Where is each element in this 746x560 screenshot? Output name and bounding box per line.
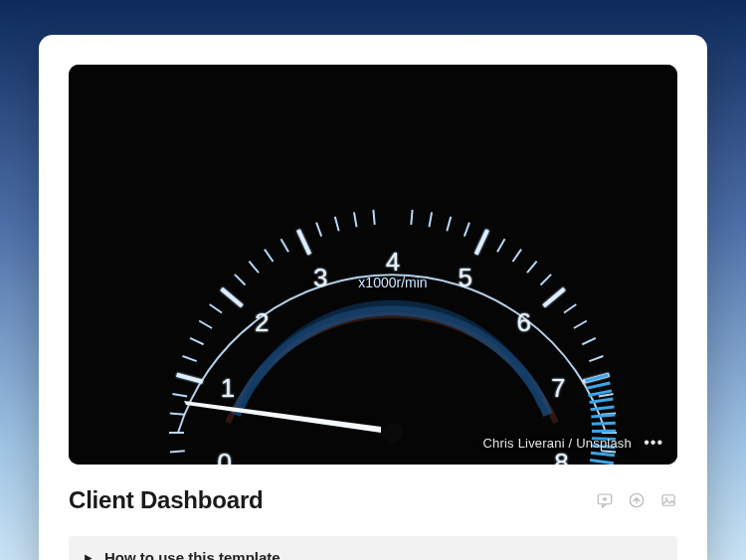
svg-text:3: 3 bbox=[313, 263, 327, 292]
tachometer-illustration: 012345678 x1000r/min bbox=[69, 65, 677, 465]
title-actions bbox=[596, 491, 677, 509]
svg-line-4 bbox=[170, 413, 185, 414]
svg-line-58 bbox=[592, 423, 616, 424]
svg-line-2 bbox=[170, 451, 185, 452]
collapsible-how-to[interactable]: ▶ How to use this template bbox=[69, 536, 677, 560]
svg-line-22 bbox=[411, 210, 412, 225]
svg-text:7: 7 bbox=[551, 373, 565, 403]
svg-text:1: 1 bbox=[221, 373, 235, 403]
svg-rect-0 bbox=[69, 65, 677, 465]
svg-rect-69 bbox=[662, 495, 674, 506]
add-comment-icon[interactable] bbox=[596, 491, 614, 509]
page-card: 012345678 x1000r/min Chris Liverani / Un… bbox=[39, 35, 707, 560]
cover-image[interactable]: 012345678 x1000r/min Chris Liverani / Un… bbox=[69, 65, 677, 465]
svg-text:6: 6 bbox=[517, 307, 531, 337]
svg-line-40 bbox=[601, 451, 616, 452]
share-icon[interactable] bbox=[628, 491, 646, 509]
svg-text:0: 0 bbox=[217, 448, 231, 465]
svg-text:2: 2 bbox=[255, 307, 269, 337]
cover-credit: Chris Liverani / Unsplash bbox=[482, 436, 632, 451]
svg-line-57 bbox=[591, 415, 615, 417]
disclosure-triangle-icon: ▶ bbox=[85, 552, 93, 560]
svg-text:4: 4 bbox=[386, 247, 400, 277]
cover-image-icon[interactable] bbox=[659, 491, 677, 509]
svg-text:x1000r/min: x1000r/min bbox=[358, 275, 427, 290]
svg-point-66 bbox=[383, 423, 403, 443]
svg-text:5: 5 bbox=[458, 263, 471, 292]
page-title: Client Dashboard bbox=[69, 486, 264, 514]
cover-more-button[interactable]: ••• bbox=[644, 435, 663, 451]
collapsible-label: How to use this template bbox=[104, 549, 280, 560]
svg-line-20 bbox=[373, 210, 374, 225]
title-row: Client Dashboard bbox=[69, 486, 677, 514]
